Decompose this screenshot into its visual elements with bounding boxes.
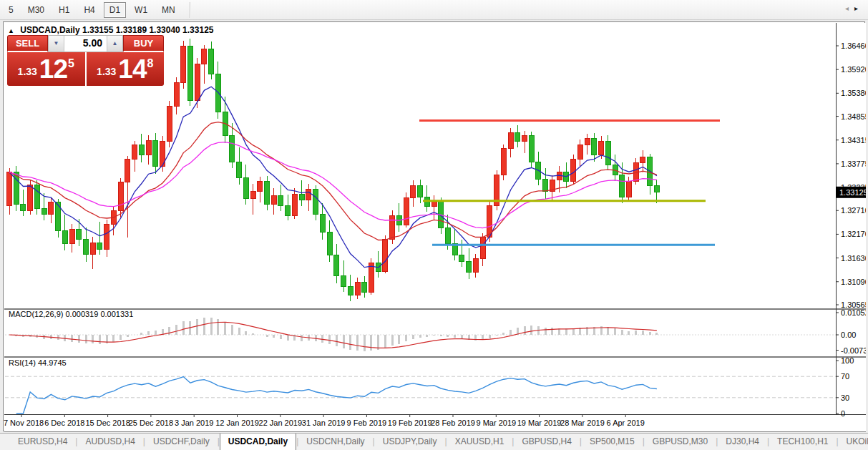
svg-text:12 Jan 2019: 12 Jan 2019: [215, 419, 259, 427]
svg-text:27 Nov 2018: 27 Nov 2018: [4, 419, 44, 427]
sell-price-point: 5: [68, 57, 74, 70]
svg-text:1.34315: 1.34315: [841, 136, 866, 145]
buy-price-pips: 14: [118, 54, 146, 84]
tab-eurusd[interactable]: EURUSD,H4: [10, 434, 75, 450]
tab-xauusd[interactable]: XAUUSD,H1: [447, 434, 512, 450]
chart-symbol: USDCAD,Daily: [20, 25, 79, 35]
svg-text:0.010525: 0.010525: [841, 308, 866, 317]
macd-label: MACD(12,26,9) 0.000319 0.001331: [9, 310, 133, 318]
tab-audusd[interactable]: AUDUSD,H4: [77, 434, 142, 450]
svg-text:9 Feb 2019: 9 Feb 2019: [347, 419, 387, 427]
tab-usdcnh[interactable]: USDCNH,Daily: [298, 434, 372, 450]
svg-text:15 Dec 2018: 15 Dec 2018: [85, 419, 130, 427]
svg-text:1.35920: 1.35920: [841, 65, 866, 74]
toolbar-separator: [190, 2, 190, 18]
svg-text:1.31090: 1.31090: [841, 278, 866, 286]
timeframe-button-m30[interactable]: M30: [22, 2, 50, 18]
chart-title: ▲ USDCAD,Daily 1.33155 1.33189 1.33040 1…: [8, 25, 213, 35]
trading-terminal: { "toolbar": { "periods": [ {"label": "5…: [0, 0, 868, 450]
volume-input[interactable]: 5.00: [64, 36, 107, 52]
svg-text:9 Mar 2019: 9 Mar 2019: [476, 419, 516, 427]
tab-usdchf[interactable]: USDCHF,Daily: [145, 434, 218, 450]
chart-ohlc-quotes: 1.33155 1.33189 1.33040 1.33125: [82, 25, 214, 35]
svg-text:31 Jan 2019: 31 Jan 2019: [302, 419, 346, 427]
rsi-label: RSI(14) 44.9745: [9, 358, 67, 367]
tab-scroll-arrows: ◂▸: [845, 4, 864, 12]
tab-dj30[interactable]: DJ30,H4: [718, 434, 767, 450]
timeframe-button-h1[interactable]: H1: [53, 2, 75, 18]
tab-tech100[interactable]: TECH100,H1: [769, 434, 836, 450]
svg-text:28 Feb 2019: 28 Feb 2019: [431, 419, 475, 427]
svg-text:6 Dec 2018: 6 Dec 2018: [44, 419, 84, 427]
buy-price-point: 8: [147, 57, 154, 70]
svg-text:19 Feb 2019: 19 Feb 2019: [388, 419, 432, 427]
svg-text:0.00: 0.00: [841, 331, 856, 339]
volume-decrease-button[interactable]: ▼: [49, 36, 64, 52]
one-click-trading-panel: SELL ▼ 5.00 ▲ BUY 1.33 12 5 1.33 14 8: [7, 35, 164, 86]
tab-gbpusd[interactable]: GBPUSD,M30: [645, 434, 716, 450]
svg-text:100: 100: [841, 356, 854, 365]
svg-text:1.35380: 1.35380: [841, 89, 866, 97]
volume-increase-button[interactable]: ▲: [107, 36, 122, 52]
svg-text:0: 0: [841, 409, 845, 418]
scroll-tabs-left-icon[interactable]: ◂: [845, 4, 854, 12]
svg-text:1.34855: 1.34855: [841, 112, 866, 121]
timeframe-button-d1[interactable]: D1: [104, 2, 126, 18]
tab-ukoil[interactable]: UKOil,H: [839, 434, 868, 450]
buy-price-base: 1.33: [97, 66, 116, 77]
timeframe-button-mn[interactable]: MN: [156, 2, 181, 18]
scroll-tabs-right-icon[interactable]: ▸: [854, 4, 864, 12]
svg-text:28 Mar 2019: 28 Mar 2019: [560, 419, 605, 427]
svg-text:22 Jan 2019: 22 Jan 2019: [259, 419, 303, 427]
timeframe-button-h4[interactable]: H4: [78, 2, 100, 18]
timeframe-toolbar: 5M30H1H4D1W1MN: [0, 0, 868, 20]
collapse-panel-icon[interactable]: ▲: [8, 27, 14, 34]
svg-text:1.33125: 1.33125: [839, 188, 866, 197]
svg-text:6 Apr 2019: 6 Apr 2019: [607, 419, 645, 427]
svg-text:25 Dec 2018: 25 Dec 2018: [129, 419, 173, 427]
timeframe-button-w1[interactable]: W1: [129, 2, 153, 18]
volume-stepper: ▼ 5.00 ▲: [48, 35, 123, 52]
timeframe-button-5[interactable]: 5: [3, 2, 19, 18]
svg-text:1.31630: 1.31630: [841, 254, 866, 263]
svg-text:-0.0073: -0.0073: [841, 346, 866, 355]
sell-price-display[interactable]: 1.33 12 5: [7, 52, 85, 86]
sell-price-base: 1.33: [18, 66, 37, 77]
svg-text:30: 30: [841, 393, 849, 402]
tab-usdjpy[interactable]: USDJPY,Daily: [375, 434, 445, 450]
tab-sp500[interactable]: SP500,M15: [582, 434, 643, 450]
svg-text:3 Jan 2019: 3 Jan 2019: [175, 419, 213, 427]
svg-text:1.33775: 1.33775: [841, 160, 866, 168]
sell-button[interactable]: SELL: [7, 35, 48, 52]
svg-text:1.32170: 1.32170: [841, 230, 866, 238]
svg-text:70: 70: [841, 372, 849, 381]
buy-price-display[interactable]: 1.33 14 8: [87, 52, 165, 86]
tab-gbpusd[interactable]: GBPUSD,H4: [514, 434, 579, 450]
svg-text:1.36460: 1.36460: [841, 41, 866, 50]
sell-price-pips: 12: [39, 54, 67, 84]
chart-tabs-bar: EURUSD,H4|AUDUSD,H4|USDCHF,Daily|USDCAD,…: [0, 433, 868, 450]
svg-text:19 Mar 2019: 19 Mar 2019: [517, 419, 562, 427]
tab-usdcad[interactable]: USDCAD,Daily: [220, 433, 296, 450]
svg-text:1.32710: 1.32710: [841, 206, 866, 215]
buy-button[interactable]: BUY: [123, 35, 164, 52]
